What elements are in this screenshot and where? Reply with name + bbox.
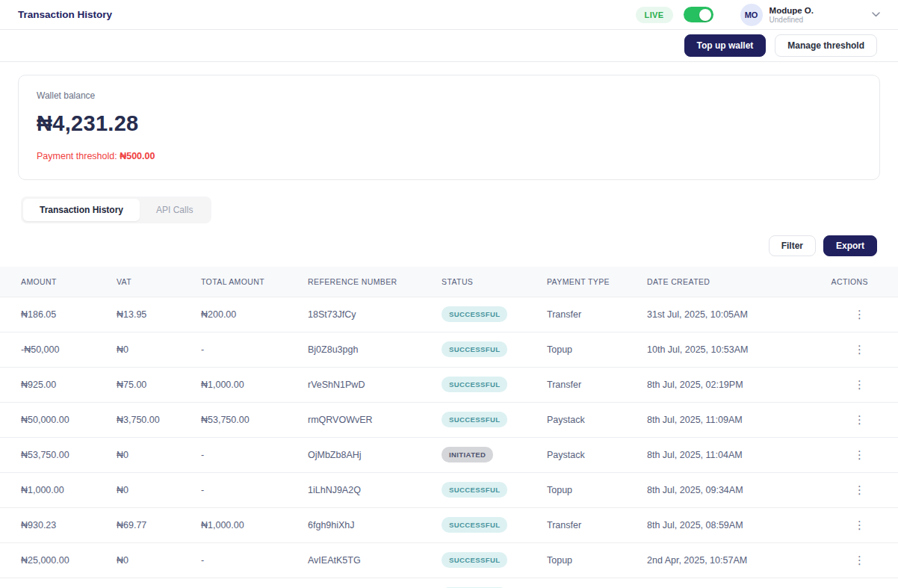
table-row: ₦925.00 ₦75.00 ₦1,000.00 rVeShN1PwD SUCC… <box>0 367 898 402</box>
cell-total-amount: - <box>195 542 302 578</box>
cell-total-amount: ₦200.00 <box>195 297 302 332</box>
cell-status: SUCCESSFUL <box>436 507 541 542</box>
cell-total-amount: - <box>195 472 302 507</box>
cell-total-amount: ₦1,000.00 <box>195 367 302 402</box>
cell-status: INITIATED <box>436 437 541 472</box>
cell-payment-type: Transfer <box>541 367 641 402</box>
tab-transaction-history[interactable]: Transaction History <box>23 199 140 221</box>
table-row: ₦186.05 ₦13.95 ₦200.00 18St73JfCy SUCCES… <box>0 297 898 332</box>
status-badge: INITIATED <box>442 447 493 462</box>
chevron-down-icon[interactable] <box>872 12 880 17</box>
column-header-date-created: DATE CREATED <box>641 267 816 297</box>
table-row: ₦53,750.00 ₦0 - OjMbZb8AHj INITIATED Pay… <box>0 437 898 472</box>
top-bar: Transaction History LIVE MO Modupe O. Un… <box>0 0 898 30</box>
tabs-container: Transaction History API Calls <box>21 196 211 223</box>
wallet-action-bar: Top up wallet Manage threshold <box>0 30 898 62</box>
cell-status: SUCCESSFUL <box>436 578 541 588</box>
cell-date-created: 31st Jul, 2025, 10:05AM <box>641 297 816 332</box>
cell-payment-type: Paystack <box>541 402 641 437</box>
cell-date-created: 2nd Apr, 2025, 10:57AM <box>641 542 816 578</box>
live-mode-toggle[interactable] <box>684 7 713 22</box>
cell-payment-type: Paystack <box>541 437 641 472</box>
cell-vat: ₦75.00 <box>111 367 195 402</box>
column-header-status: STATUS <box>436 267 541 297</box>
row-actions-kebab-icon[interactable]: ⋮ <box>851 307 868 321</box>
status-badge: SUCCESSFUL <box>442 377 507 392</box>
cell-status: SUCCESSFUL <box>436 332 541 367</box>
table-row: ₦10,000.00 ₦0 - Th0InwBHWm SUCCESSFUL To… <box>0 578 898 588</box>
row-actions-kebab-icon[interactable]: ⋮ <box>851 448 868 462</box>
payment-threshold-text: Payment threshold: ₦500.00 <box>37 151 861 161</box>
cell-payment-type: Transfer <box>541 507 641 542</box>
manage-threshold-button[interactable]: Manage threshold <box>775 34 877 57</box>
cell-reference-number: rVeShN1PwD <box>302 367 436 402</box>
cell-actions: ⋮ <box>816 542 898 578</box>
row-actions-kebab-icon[interactable]: ⋮ <box>851 518 868 532</box>
tab-api-calls[interactable]: API Calls <box>140 199 209 221</box>
row-actions-kebab-icon[interactable]: ⋮ <box>851 377 868 392</box>
table-controls: Filter Export <box>0 235 898 256</box>
row-actions-kebab-icon[interactable]: ⋮ <box>851 342 868 356</box>
table-row: ₦930.23 ₦69.77 ₦1,000.00 6fgh9hiXhJ SUCC… <box>0 507 898 542</box>
cell-amount: ₦186.05 <box>0 297 111 332</box>
status-badge: SUCCESSFUL <box>442 341 507 357</box>
cell-reference-number: 18St73JfCy <box>302 297 436 332</box>
cell-amount: ₦50,000.00 <box>0 402 111 437</box>
cell-vat: ₦0 <box>111 472 195 507</box>
user-name: Modupe O. <box>770 5 814 16</box>
filter-button[interactable]: Filter <box>769 235 816 256</box>
status-badge: SUCCESSFUL <box>442 517 507 533</box>
cell-date-created: 10th Jul, 2025, 10:53AM <box>641 332 816 367</box>
cell-actions: ⋮ <box>816 332 898 367</box>
cell-vat: ₦3,750.00 <box>111 402 195 437</box>
cell-vat: ₦0 <box>111 578 195 588</box>
column-header-amount: AMOUNT <box>0 267 111 297</box>
table-row: ₦1,000.00 ₦0 - 1iLhNJ9A2Q SUCCESSFUL Top… <box>0 472 898 507</box>
wallet-balance-label: Wallet balance <box>37 90 861 101</box>
top-up-wallet-button[interactable]: Top up wallet <box>684 34 767 57</box>
wallet-balance-card: Wallet balance ₦4,231.28 Payment thresho… <box>18 75 880 180</box>
status-badge: SUCCESSFUL <box>442 482 507 498</box>
column-header-payment-type: PAYMENT TYPE <box>541 267 641 297</box>
cell-total-amount: - <box>195 437 302 472</box>
column-header-vat: VAT <box>111 267 195 297</box>
cell-actions: ⋮ <box>816 402 898 437</box>
export-button[interactable]: Export <box>823 235 877 256</box>
transactions-table: AMOUNTVATTOTAL AMOUNTREFERENCE NUMBERSTA… <box>0 267 898 588</box>
status-badge: SUCCESSFUL <box>442 552 507 568</box>
row-actions-kebab-icon[interactable]: ⋮ <box>851 553 868 567</box>
cell-date-created: 8th Jul, 2025, 11:04AM <box>641 437 816 472</box>
cell-reference-number: 1iLhNJ9A2Q <box>302 472 436 507</box>
cell-status: SUCCESSFUL <box>436 472 541 507</box>
cell-total-amount: - <box>195 332 302 367</box>
cell-total-amount: ₦53,750.00 <box>195 402 302 437</box>
cell-payment-type: Topup <box>541 578 641 588</box>
cell-date-created: 8th Jul, 2025, 11:09AM <box>641 402 816 437</box>
cell-reference-number: rmQRVOWvER <box>302 402 436 437</box>
cell-payment-type: Transfer <box>541 297 641 332</box>
cell-vat: ₦69.77 <box>111 507 195 542</box>
cell-actions: ⋮ <box>816 472 898 507</box>
user-menu[interactable]: MO Modupe O. Undefined <box>740 4 814 26</box>
tabs-row: Transaction History API Calls <box>21 196 877 223</box>
payment-threshold-value: ₦500.00 <box>120 151 155 161</box>
table-row: ₦25,000.00 ₦0 - AvIEAtK5TG SUCCESSFUL To… <box>0 542 898 578</box>
row-actions-kebab-icon[interactable]: ⋮ <box>851 412 868 427</box>
wallet-balance-amount: ₦4,231.28 <box>37 111 861 136</box>
status-badge: SUCCESSFUL <box>442 412 507 427</box>
status-badge: SUCCESSFUL <box>442 306 507 322</box>
payment-threshold-label: Payment threshold: <box>37 151 120 161</box>
cell-reference-number: OjMbZb8AHj <box>302 437 436 472</box>
user-info: Modupe O. Undefined <box>770 5 814 24</box>
cell-status: SUCCESSFUL <box>436 297 541 332</box>
cell-amount: ₦25,000.00 <box>0 542 111 578</box>
cell-payment-type: Topup <box>541 542 641 578</box>
cell-amount: ₦10,000.00 <box>0 578 111 588</box>
cell-status: SUCCESSFUL <box>436 367 541 402</box>
row-actions-kebab-icon[interactable]: ⋮ <box>851 483 868 497</box>
cell-reference-number: AvIEAtK5TG <box>302 542 436 578</box>
cell-payment-type: Topup <box>541 472 641 507</box>
cell-amount: ₦925.00 <box>0 367 111 402</box>
page-title: Transaction History <box>18 9 112 20</box>
cell-reference-number: Bj0Z8u3pgh <box>302 332 436 367</box>
